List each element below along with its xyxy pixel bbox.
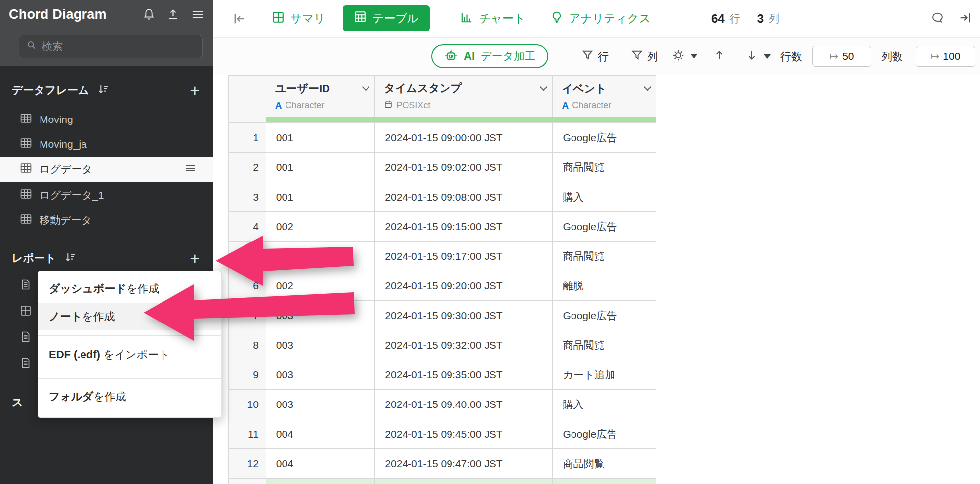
cell-user[interactable]: 001	[266, 123, 375, 152]
cell-user[interactable]: 003	[266, 360, 375, 389]
sidebar-item-logdata[interactable]: ログデータ	[0, 157, 213, 182]
menu-item-create-folder[interactable]: フォルダを作成	[38, 379, 221, 414]
cell-ts[interactable]: 2024-01-15 09:15:00 JST	[375, 212, 553, 241]
cols-limit-input[interactable]: ↦ 100	[916, 46, 975, 67]
settings-menu-button[interactable]	[672, 38, 697, 76]
tab-summary[interactable]: サマリ	[272, 0, 326, 37]
sort-asc-button[interactable]	[713, 38, 725, 76]
search-box[interactable]	[19, 35, 203, 58]
cell-event[interactable]: 商品閲覧	[553, 153, 656, 182]
cols-limit-value: 100	[943, 50, 960, 62]
cell-event[interactable]: 購入	[553, 182, 656, 211]
item-menu-icon[interactable]	[184, 162, 197, 177]
cell-user[interactable]: 003	[266, 330, 375, 360]
cell-ts[interactable]: 2024-01-15 09:35:00 JST	[375, 360, 553, 389]
sidebar-item-moving-ja[interactable]: Moving_ja	[0, 132, 213, 157]
hamburger-icon[interactable]	[191, 8, 204, 21]
menu-item-create-dashboard[interactable]: ダッシュボードを作成	[38, 275, 221, 303]
table-row[interactable]: 6 002 2024-01-15 09:20:00 JST 離脱	[229, 271, 656, 300]
cell-user[interactable]: 002	[266, 242, 375, 271]
cell-event[interactable]: Google広告	[553, 123, 656, 152]
column-header-timestamp[interactable]: タイムスタンプ POSIXct	[375, 76, 553, 117]
table-row[interactable]: 2 001 2024-01-15 09:02:00 JST 商品閲覧	[229, 152, 656, 182]
tab-analytics[interactable]: アナリティクス	[550, 0, 651, 37]
table-row[interactable]: 9 003 2024-01-15 09:35:00 JST カート追加	[229, 360, 656, 389]
chevron-down-icon	[764, 54, 771, 59]
create-report-menu: ダッシュボードを作成 ノートを作成 EDF (.edf) をインポート フォルダ…	[38, 271, 222, 418]
cell-user[interactable]: 003	[266, 301, 375, 330]
cell-ts[interactable]: 2024-01-15 09:47:00 JST	[375, 449, 553, 478]
cell-event[interactable]: 商品閲覧	[553, 330, 656, 360]
cell-user[interactable]: 002	[266, 212, 375, 241]
cell-event[interactable]: Google広告	[553, 212, 656, 241]
table-row-partial	[229, 478, 656, 484]
cell-user[interactable]: 002	[266, 271, 375, 300]
filter-cols-button[interactable]: 列	[631, 38, 658, 76]
filter-rows-button[interactable]: 行	[581, 38, 609, 76]
cell-event[interactable]: Google広告	[553, 301, 656, 330]
cell-event[interactable]: 商品閲覧	[553, 242, 656, 271]
comment-icon[interactable]	[931, 11, 944, 27]
cell-ts[interactable]: 2024-01-15 09:00:00 JST	[375, 123, 553, 152]
chevron-down-icon[interactable]	[644, 83, 652, 91]
ai-label: AI	[464, 50, 475, 63]
cell-user[interactable]: 004	[266, 449, 375, 478]
table-row[interactable]: 5 002 2024-01-15 09:17:00 JST 商品閲覧	[229, 241, 656, 271]
cell-ts[interactable]: 2024-01-15 09:02:00 JST	[375, 153, 553, 182]
bell-icon[interactable]	[142, 8, 156, 21]
ai-text: データ加工	[481, 49, 535, 64]
expand-right-icon[interactable]	[958, 11, 972, 27]
schedule-label-partial: ス	[12, 395, 23, 410]
table-row[interactable]: 7 003 2024-01-15 09:30:00 JST Google広告	[229, 300, 656, 330]
cell-user[interactable]: 004	[266, 419, 375, 448]
cell-event[interactable]: 購入	[553, 390, 656, 419]
cell-ts[interactable]: 2024-01-15 09:17:00 JST	[375, 242, 553, 271]
sidebar-item-idodata[interactable]: 移動データ	[0, 208, 213, 233]
cell-event[interactable]: 商品閲覧	[553, 449, 656, 478]
chevron-down-icon[interactable]	[362, 83, 370, 91]
row-count: 64	[711, 12, 725, 26]
ai-data-wrangling-button[interactable]: AI データ加工	[431, 44, 548, 68]
cell-ts[interactable]: 2024-01-15 09:08:00 JST	[375, 182, 553, 211]
sidebar-item-moving[interactable]: Moving	[0, 107, 213, 132]
cell-ts[interactable]: 2024-01-15 09:32:00 JST	[375, 330, 553, 360]
sort-desc-button[interactable]	[746, 38, 771, 76]
table-row[interactable]: 4 002 2024-01-15 09:15:00 JST Google広告	[229, 211, 656, 241]
cell-ts[interactable]: 2024-01-15 09:30:00 JST	[375, 301, 553, 330]
cell-ts[interactable]: 2024-01-15 09:20:00 JST	[375, 271, 553, 300]
table-row[interactable]: 10 003 2024-01-15 09:40:00 JST 購入	[229, 389, 656, 419]
sidebar-item-logdata-1[interactable]: ログデータ_1	[0, 183, 213, 207]
tab-table[interactable]: テーブル	[343, 5, 430, 31]
chevron-down-icon[interactable]	[540, 83, 548, 91]
table-row[interactable]: 3 001 2024-01-15 09:08:00 JST 購入	[229, 182, 656, 211]
table-row[interactable]: 8 003 2024-01-15 09:32:00 JST 商品閲覧	[229, 330, 656, 360]
search-input[interactable]	[42, 40, 195, 52]
sort-icon[interactable]	[97, 83, 110, 98]
table-row[interactable]: 12 004 2024-01-15 09:47:00 JST 商品閲覧	[229, 448, 656, 478]
column-header-event[interactable]: イベント A Character	[553, 76, 656, 117]
table-row[interactable]: 11 004 2024-01-15 09:45:00 JST Google広告	[229, 419, 656, 448]
rows-limit-input[interactable]: ↦ 50	[812, 46, 871, 67]
cell-user[interactable]: 001	[266, 153, 375, 182]
sidebar-header: Chord Diagram	[0, 0, 213, 66]
cell-user[interactable]: 003	[266, 390, 375, 419]
cell-ts[interactable]: 2024-01-15 09:40:00 JST	[375, 390, 553, 419]
cell-event[interactable]: Google広告	[553, 419, 656, 448]
add-report-button[interactable]: +	[190, 251, 200, 265]
collapse-left-icon[interactable]	[232, 12, 246, 28]
character-type-icon: A	[275, 100, 282, 111]
add-dataframe-button[interactable]: +	[190, 83, 200, 97]
cell-event[interactable]: カート追加	[553, 360, 656, 389]
sort-icon[interactable]	[64, 251, 77, 266]
table-row[interactable]: 1 001 2024-01-15 09:00:00 JST Google広告	[229, 122, 656, 152]
rows-limit-value: 50	[842, 50, 854, 62]
sidebar-item-label: ログデータ	[40, 162, 92, 176]
menu-item-import-edf[interactable]: EDF (.edf) をインポート	[38, 336, 221, 373]
menu-item-create-note[interactable]: ノートを作成	[38, 303, 221, 330]
cell-event[interactable]: 離脱	[553, 271, 656, 300]
cell-ts[interactable]: 2024-01-15 09:45:00 JST	[375, 419, 553, 448]
tab-chart[interactable]: チャート	[460, 0, 526, 37]
publish-icon[interactable]	[166, 8, 180, 21]
cell-user[interactable]: 001	[266, 182, 375, 211]
column-header-user-id[interactable]: ユーザーID A Character	[266, 76, 375, 117]
